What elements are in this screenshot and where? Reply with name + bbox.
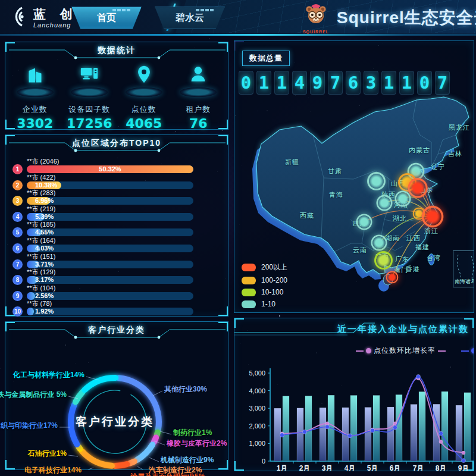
trend-legend-item[interactable] xyxy=(461,348,474,353)
legend-label: 点位数环比增长率 xyxy=(374,346,436,356)
trend-combo-chart[interactable]: 5,0004,0003,0002,0001,00001月2月3月4月5月6月7月… xyxy=(234,358,474,471)
svg-text:1,000: 1,000 xyxy=(249,440,265,447)
donut-segment-涂层及表面处理行业[interactable] xyxy=(115,464,127,466)
top10-row[interactable]: **市 (422)210.38% xyxy=(12,174,193,190)
bar-track: 50.32% xyxy=(27,165,193,173)
mascot: SQUIRREL xyxy=(300,2,331,34)
province-label-湖北: 湖北 xyxy=(393,214,407,223)
donut-segment-石油行业[interactable] xyxy=(79,447,80,449)
province-label-台湾: 台湾 xyxy=(427,253,441,262)
bar-percent-label: 2.56% xyxy=(35,292,54,300)
top10-row[interactable]: **市 (151)73.71% xyxy=(12,253,193,269)
province-label-内蒙古: 内蒙古 xyxy=(409,146,430,155)
rank-badge: 6 xyxy=(12,243,23,253)
top10-row[interactable]: **市 (185)54.55% xyxy=(12,221,193,237)
top10-row[interactable]: **市 (2046)150.32% xyxy=(12,158,193,174)
icon-platform xyxy=(126,87,162,97)
industry-label: 钢铁与金属制品行业 5% xyxy=(0,390,67,400)
icon-platform xyxy=(71,87,108,97)
rank-badge: 2 xyxy=(12,180,23,190)
legend-dot xyxy=(366,348,371,353)
trend-legend-item[interactable]: 点位数环比增长率 xyxy=(356,346,446,356)
stat-value: 4065 xyxy=(117,116,171,131)
mascot-label: SQUIRREL xyxy=(300,30,331,34)
top10-bar-line: 150.32% xyxy=(12,165,193,173)
stat-label: 企业数 xyxy=(8,104,62,115)
top10-row[interactable]: **市 (129)83.17% xyxy=(12,268,193,284)
stats-panel-header: 数据统计 xyxy=(5,42,228,61)
industry-panel-title: 客户行业分类 xyxy=(5,325,228,336)
trend-panel: 近一年接入企业与点位累计数 点位数环比增长率 5,0004,0003,0002,… xyxy=(234,318,474,471)
stat-label: 点位数 xyxy=(117,104,171,115)
industry-donut-chart[interactable]: 客户行业分类 化工与材料学行业14%钢铁与金属制品行业 5%纺织与印染行业17%… xyxy=(5,341,229,469)
province-label-福建: 福建 xyxy=(415,243,430,252)
stats-grid: 企业数3302设备因子数17256点位数4065租户数76 xyxy=(5,61,228,131)
device-icon xyxy=(62,64,117,101)
svg-text:0: 0 xyxy=(262,458,265,465)
svg-text:8月: 8月 xyxy=(436,464,447,471)
top10-bar-chart[interactable]: **市 (2046)150.32%**市 (422)210.38%**市 (28… xyxy=(5,154,228,316)
hotspot-green[interactable] xyxy=(372,249,395,272)
tab-首页[interactable]: 首页 xyxy=(71,7,142,29)
hotspot-teal[interactable] xyxy=(365,170,388,193)
top10-row[interactable]: **市 (104)92.56% xyxy=(12,284,193,300)
top10-row-label: **市 (164) xyxy=(27,237,193,245)
rank-badge: 3 xyxy=(12,196,23,206)
bar-percent-label: 3.71% xyxy=(35,261,54,268)
legend-swatch xyxy=(242,264,256,271)
bar-percent-label: 4.55% xyxy=(35,228,54,236)
top10-row[interactable]: **市 (283)36.96% xyxy=(12,189,193,205)
tab-碧水云[interactable]: 碧水云 xyxy=(155,7,225,29)
donut-segment-汽车制造行业[interactable] xyxy=(130,461,134,463)
bar-track: 5.39% xyxy=(27,213,193,221)
bar-track: 3.17% xyxy=(27,276,193,284)
industry-label: 制药行业1% xyxy=(173,428,212,438)
hotspot-teal[interactable] xyxy=(393,189,413,209)
stat-value: 3302 xyxy=(8,116,62,131)
logo: 蓝 创 Lanchuang xyxy=(6,5,78,31)
legend-label: 100-200 xyxy=(261,276,287,284)
bar-track: 3.71% xyxy=(27,261,193,268)
hotspot-red[interactable] xyxy=(384,270,400,285)
map-legend-item[interactable]: 200以上 xyxy=(242,262,287,273)
donut-segment-电子科技行业[interactable] xyxy=(82,451,112,465)
header-bottom-line xyxy=(0,34,476,36)
donut-segment-化工与材料学行业[interactable] xyxy=(84,378,115,390)
map-legend-item[interactable]: 100-200 xyxy=(242,276,287,284)
top10-row-label: **市 (422) xyxy=(27,174,193,181)
bar-percent-label: 50.32% xyxy=(27,165,193,173)
trend-panel-title: 近一年接入企业与点位累计数 xyxy=(337,324,469,335)
location-icon xyxy=(117,64,171,101)
stat-label: 租户数 xyxy=(171,104,226,115)
hotspot-teal[interactable] xyxy=(354,212,374,232)
top10-row[interactable]: **市 (219)45.39% xyxy=(12,205,193,221)
rank-badge: 10 xyxy=(12,306,23,317)
bar-percent-label: 3.17% xyxy=(35,276,54,284)
map-panel: 数据总量 011497631107 新疆甘肃青海西藏内蒙古黑龙江吉林辽宁山西陕西… xyxy=(234,40,474,313)
top10-bar-line: 45.39% xyxy=(12,213,193,221)
top10-row-label: **市 (219) xyxy=(27,205,193,213)
top10-row[interactable]: **市 (164)64.03% xyxy=(12,237,193,253)
industry-label: 化工与材料学行业14% xyxy=(13,370,84,380)
province-label-青海: 青海 xyxy=(329,190,343,199)
hotspot-teal[interactable] xyxy=(374,193,394,213)
top10-panel-title: 点位区域分布TOP10 xyxy=(5,138,228,149)
bar-percent-label: 6.96% xyxy=(35,197,54,205)
bar-track: 4.03% xyxy=(27,245,193,252)
svg-text:5,000: 5,000 xyxy=(249,369,265,377)
industry-label: 橡胶与皮革行业2% xyxy=(167,439,227,449)
stats-panel-title: 数据统计 xyxy=(5,45,228,56)
svg-text:9月: 9月 xyxy=(458,464,469,471)
legend-label: 10-100 xyxy=(261,288,283,296)
industry-label: 机械制造行业9% xyxy=(161,455,214,465)
donut-segment-钢铁与金属制品行业[interactable] xyxy=(76,392,83,402)
donut-segment-制药行业[interactable] xyxy=(157,433,158,435)
top10-bar-line: 36.96% xyxy=(12,197,193,205)
top10-row-label: **市 (129) xyxy=(27,268,193,276)
rank-badge: 4 xyxy=(12,212,23,222)
map-legend-item[interactable]: 1-10 xyxy=(242,300,287,308)
top10-row[interactable]: **市 (78)101.92% xyxy=(12,300,193,316)
bar-track: 2.56% xyxy=(27,292,193,300)
top10-row-label: **市 (185) xyxy=(27,221,193,228)
map-legend-item[interactable]: 10-100 xyxy=(242,288,287,296)
